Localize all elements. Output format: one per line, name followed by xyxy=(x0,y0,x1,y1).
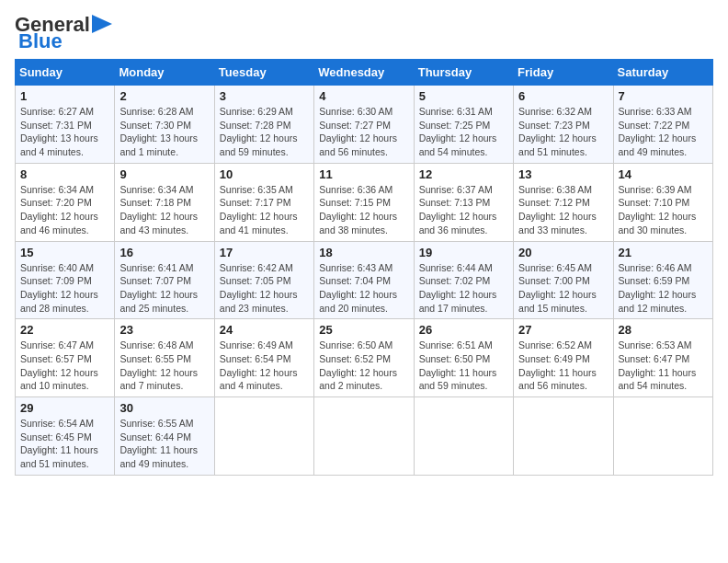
day-header-thursday: Thursday xyxy=(414,60,513,86)
day-info: Sunrise: 6:43 AMSunset: 7:04 PMDaylight:… xyxy=(319,262,397,314)
svg-marker-0 xyxy=(92,15,112,33)
day-number: 20 xyxy=(518,246,608,259)
calendar-week-5: 29 Sunrise: 6:54 AMSunset: 6:45 PMDaylig… xyxy=(16,397,713,476)
day-info: Sunrise: 6:55 AMSunset: 6:44 PMDaylight:… xyxy=(119,418,198,469)
day-number: 7 xyxy=(619,89,708,103)
day-info: Sunrise: 6:53 AMSunset: 6:47 PMDaylight:… xyxy=(619,339,697,391)
calendar-cell: 18 Sunrise: 6:43 AMSunset: 7:04 PMDaylig… xyxy=(314,241,414,319)
calendar-cell: 3 Sunrise: 6:29 AMSunset: 7:28 PMDayligh… xyxy=(214,86,313,164)
calendar-cell: 13 Sunrise: 6:38 AMSunset: 7:12 PMDaylig… xyxy=(514,163,613,241)
logo-blue-text: Blue xyxy=(18,29,63,52)
calendar-cell: 24 Sunrise: 6:49 AMSunset: 6:54 PMDaylig… xyxy=(214,319,313,397)
day-number: 25 xyxy=(319,323,408,337)
day-info: Sunrise: 6:28 AMSunset: 7:30 PMDaylight:… xyxy=(119,106,198,157)
day-header-friday: Friday xyxy=(514,60,613,86)
day-number: 5 xyxy=(419,89,508,103)
day-number: 23 xyxy=(119,323,209,337)
calendar-cell: 14 Sunrise: 6:39 AMSunset: 7:10 PMDaylig… xyxy=(613,163,712,241)
day-number: 22 xyxy=(20,323,109,337)
calendar-cell: 11 Sunrise: 6:36 AMSunset: 7:15 PMDaylig… xyxy=(314,163,414,241)
day-number: 28 xyxy=(619,323,708,337)
calendar-table: SundayMondayTuesdayWednesdayThursdayFrid… xyxy=(15,59,713,476)
day-info: Sunrise: 6:34 AMSunset: 7:20 PMDaylight:… xyxy=(20,184,98,236)
day-number: 6 xyxy=(518,89,608,103)
day-info: Sunrise: 6:45 AMSunset: 7:00 PMDaylight:… xyxy=(518,262,597,314)
day-number: 14 xyxy=(619,167,708,181)
calendar-body: 1 Sunrise: 6:27 AMSunset: 7:31 PMDayligh… xyxy=(16,86,713,476)
calendar-cell: 30 Sunrise: 6:55 AMSunset: 6:44 PMDaylig… xyxy=(115,397,214,476)
day-info: Sunrise: 6:39 AMSunset: 7:10 PMDaylight:… xyxy=(619,184,697,236)
day-header-monday: Monday xyxy=(115,60,214,86)
day-info: Sunrise: 6:29 AMSunset: 7:28 PMDaylight:… xyxy=(220,106,298,157)
day-number: 24 xyxy=(220,323,309,337)
day-info: Sunrise: 6:46 AMSunset: 6:59 PMDaylight:… xyxy=(619,262,697,314)
calendar-cell: 8 Sunrise: 6:34 AMSunset: 7:20 PMDayligh… xyxy=(16,163,115,241)
calendar-cell: 16 Sunrise: 6:41 AMSunset: 7:07 PMDaylig… xyxy=(115,241,214,319)
calendar-cell: 26 Sunrise: 6:51 AMSunset: 6:50 PMDaylig… xyxy=(414,319,513,397)
day-number: 3 xyxy=(220,89,309,103)
day-number: 29 xyxy=(20,401,109,415)
calendar-cell: 28 Sunrise: 6:53 AMSunset: 6:47 PMDaylig… xyxy=(613,319,712,397)
day-number: 17 xyxy=(220,246,309,259)
day-info: Sunrise: 6:41 AMSunset: 7:07 PMDaylight:… xyxy=(119,262,198,314)
day-number: 13 xyxy=(518,167,608,181)
day-info: Sunrise: 6:30 AMSunset: 7:27 PMDaylight:… xyxy=(319,106,397,157)
day-number: 10 xyxy=(220,167,309,181)
day-number: 21 xyxy=(619,246,708,259)
day-info: Sunrise: 6:35 AMSunset: 7:17 PMDaylight:… xyxy=(220,184,298,236)
day-info: Sunrise: 6:27 AMSunset: 7:31 PMDaylight:… xyxy=(20,106,98,157)
calendar-cell: 27 Sunrise: 6:52 AMSunset: 6:49 PMDaylig… xyxy=(514,319,613,397)
day-header-wednesday: Wednesday xyxy=(314,60,414,86)
day-info: Sunrise: 6:47 AMSunset: 6:57 PMDaylight:… xyxy=(20,339,98,391)
calendar-cell: 17 Sunrise: 6:42 AMSunset: 7:05 PMDaylig… xyxy=(214,241,313,319)
calendar-cell: 20 Sunrise: 6:45 AMSunset: 7:00 PMDaylig… xyxy=(514,241,613,319)
calendar-cell: 5 Sunrise: 6:31 AMSunset: 7:25 PMDayligh… xyxy=(414,86,513,164)
day-info: Sunrise: 6:50 AMSunset: 6:52 PMDaylight:… xyxy=(319,339,397,391)
calendar-cell: 1 Sunrise: 6:27 AMSunset: 7:31 PMDayligh… xyxy=(16,86,115,164)
calendar-cell: 22 Sunrise: 6:47 AMSunset: 6:57 PMDaylig… xyxy=(16,319,115,397)
day-info: Sunrise: 6:49 AMSunset: 6:54 PMDaylight:… xyxy=(220,339,298,391)
day-info: Sunrise: 6:34 AMSunset: 7:18 PMDaylight:… xyxy=(119,184,198,236)
day-info: Sunrise: 6:37 AMSunset: 7:13 PMDaylight:… xyxy=(419,184,497,236)
header: General Blue xyxy=(15,15,713,52)
day-number: 12 xyxy=(419,167,508,181)
day-info: Sunrise: 6:33 AMSunset: 7:22 PMDaylight:… xyxy=(619,106,697,157)
calendar-cell xyxy=(613,397,712,476)
calendar-cell: 2 Sunrise: 6:28 AMSunset: 7:30 PMDayligh… xyxy=(115,86,214,164)
day-info: Sunrise: 6:52 AMSunset: 6:49 PMDaylight:… xyxy=(518,339,597,391)
calendar-week-1: 1 Sunrise: 6:27 AMSunset: 7:31 PMDayligh… xyxy=(16,86,713,164)
calendar-cell xyxy=(514,397,613,476)
day-info: Sunrise: 6:31 AMSunset: 7:25 PMDaylight:… xyxy=(419,106,497,157)
calendar-cell: 6 Sunrise: 6:32 AMSunset: 7:23 PMDayligh… xyxy=(514,86,613,164)
day-info: Sunrise: 6:36 AMSunset: 7:15 PMDaylight:… xyxy=(319,184,397,236)
day-info: Sunrise: 6:48 AMSunset: 6:55 PMDaylight:… xyxy=(119,339,198,391)
calendar-cell: 15 Sunrise: 6:40 AMSunset: 7:09 PMDaylig… xyxy=(16,241,115,319)
calendar-cell: 21 Sunrise: 6:46 AMSunset: 6:59 PMDaylig… xyxy=(613,241,712,319)
logo-arrow-icon xyxy=(92,15,112,33)
day-number: 30 xyxy=(119,401,209,415)
logo: General Blue xyxy=(15,15,112,52)
day-info: Sunrise: 6:44 AMSunset: 7:02 PMDaylight:… xyxy=(419,262,497,314)
day-number: 16 xyxy=(119,246,209,259)
day-number: 9 xyxy=(119,167,209,181)
calendar-cell: 4 Sunrise: 6:30 AMSunset: 7:27 PMDayligh… xyxy=(314,86,414,164)
calendar-week-4: 22 Sunrise: 6:47 AMSunset: 6:57 PMDaylig… xyxy=(16,319,713,397)
day-header-tuesday: Tuesday xyxy=(214,60,313,86)
day-number: 15 xyxy=(20,246,109,259)
calendar-cell: 19 Sunrise: 6:44 AMSunset: 7:02 PMDaylig… xyxy=(414,241,513,319)
calendar-cell: 9 Sunrise: 6:34 AMSunset: 7:18 PMDayligh… xyxy=(115,163,214,241)
day-number: 8 xyxy=(20,167,109,181)
calendar-cell: 25 Sunrise: 6:50 AMSunset: 6:52 PMDaylig… xyxy=(314,319,414,397)
day-info: Sunrise: 6:51 AMSunset: 6:50 PMDaylight:… xyxy=(419,339,497,391)
day-number: 18 xyxy=(319,246,408,259)
day-info: Sunrise: 6:32 AMSunset: 7:23 PMDaylight:… xyxy=(518,106,597,157)
calendar-cell xyxy=(214,397,313,476)
day-info: Sunrise: 6:42 AMSunset: 7:05 PMDaylight:… xyxy=(220,262,298,314)
day-number: 26 xyxy=(419,323,508,337)
calendar-header-row: SundayMondayTuesdayWednesdayThursdayFrid… xyxy=(16,60,713,86)
day-number: 11 xyxy=(319,167,408,181)
calendar-cell xyxy=(414,397,513,476)
day-info: Sunrise: 6:38 AMSunset: 7:12 PMDaylight:… xyxy=(518,184,597,236)
day-info: Sunrise: 6:54 AMSunset: 6:45 PMDaylight:… xyxy=(20,418,98,469)
day-header-sunday: Sunday xyxy=(16,60,115,86)
